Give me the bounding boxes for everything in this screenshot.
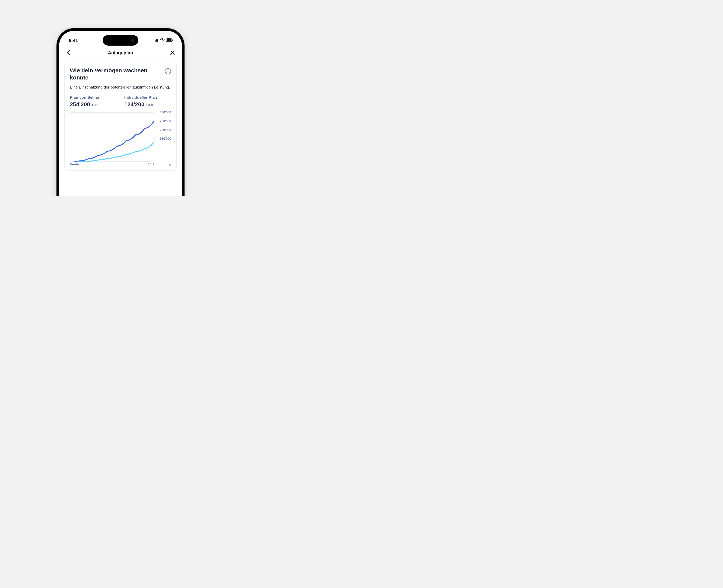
status-icons — [154, 38, 173, 43]
svg-rect-0 — [154, 41, 154, 42]
chevron-left-icon — [67, 50, 70, 55]
svg-rect-3 — [157, 39, 158, 42]
chart-series-line — [70, 121, 154, 163]
cellular-icon — [154, 39, 158, 42]
back-button[interactable] — [65, 50, 71, 56]
close-button[interactable] — [169, 50, 175, 56]
wifi-icon — [160, 38, 165, 43]
card-subtitle: Eine Einschätzung der potenziellen zukün… — [70, 84, 171, 90]
y-tick: 300'000 — [156, 110, 171, 114]
x-tick-end: 10 J — [148, 163, 154, 166]
plan-amount: 254'200 — [70, 101, 90, 108]
svg-point-8 — [168, 69, 168, 70]
battery-icon — [166, 38, 173, 43]
growth-card: Wie dein Vermögen wachsen könnte Eine Ei… — [64, 60, 177, 171]
plan-value: 124'200 CHF — [124, 101, 171, 108]
plan-individual: Individueller Plan 124'200 CHF — [124, 95, 171, 108]
volume-up-button — [56, 96, 57, 113]
svg-rect-9 — [168, 71, 168, 73]
plan-label: Plan von Selma — [70, 95, 117, 100]
info-icon — [165, 68, 171, 75]
plan-value: 254'200 CHF — [70, 101, 117, 108]
plan-amount: 124'200 — [124, 101, 144, 108]
y-tick: 150'000 — [156, 137, 171, 141]
phone-screen: 9:41 — [59, 31, 182, 196]
plan-currency: CHF — [92, 103, 100, 107]
plan-currency: CHF — [146, 103, 154, 107]
dynamic-island — [103, 35, 139, 46]
plans-row: Plan von Selma 254'200 CHF Individueller… — [70, 95, 171, 108]
chart-series-line — [70, 142, 154, 163]
plan-selma: Plan von Selma 254'200 CHF — [70, 95, 117, 108]
chart-lines — [70, 112, 154, 162]
phone-frame: 9:41 — [57, 28, 185, 196]
plan-label: Individueller Plan — [124, 95, 171, 100]
y-tick: 0 — [156, 163, 171, 167]
svg-rect-6 — [172, 40, 173, 41]
growth-chart: 300'000 250'000 200'000 150'000 0 Heute … — [70, 112, 171, 165]
x-tick-start: Heute — [70, 163, 79, 166]
y-tick: 250'000 — [156, 120, 171, 123]
x-axis-labels: Heute 10 J — [70, 163, 154, 166]
svg-rect-5 — [167, 39, 172, 41]
y-tick: 200'000 — [156, 128, 171, 132]
mute-switch — [56, 81, 57, 90]
card-title: Wie dein Vermögen wachsen könnte — [70, 67, 163, 81]
nav-title: Anlageplan — [108, 50, 133, 56]
nav-bar: Anlageplan — [59, 46, 182, 60]
svg-rect-1 — [155, 40, 155, 42]
volume-down-button — [56, 117, 57, 134]
power-button — [185, 102, 185, 128]
close-icon — [170, 50, 175, 55]
status-time: 9:41 — [69, 38, 78, 43]
info-button[interactable] — [165, 68, 171, 75]
svg-rect-2 — [156, 39, 157, 42]
